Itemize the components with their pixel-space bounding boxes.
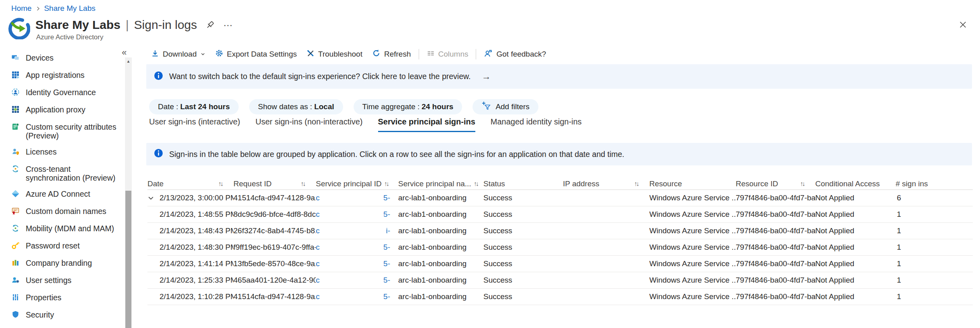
service-principal-id-link[interactable]: c [316, 226, 320, 235]
service-principal-id-link[interactable]: c [316, 276, 320, 285]
service-principal-id-link[interactable]: c [316, 259, 320, 268]
sidebar-item-user-settings[interactable]: User settings [0, 272, 125, 289]
troubleshoot-button[interactable]: Troubleshoot [302, 46, 367, 62]
conditional-access-cell: Not Applied [815, 243, 896, 252]
column-header-date[interactable]: Date↑↓ [147, 179, 233, 188]
service-principal-id-suffix[interactable]: 5- [383, 292, 390, 301]
status-cell: Success [483, 226, 563, 235]
filter-bar: Date : Last 24 hours Show dates as : Loc… [149, 99, 538, 114]
service-principal-id-link[interactable]: c [316, 210, 320, 219]
download-button[interactable]: Download [146, 46, 210, 62]
filter-value: Local [314, 102, 334, 111]
grouping-info-banner: Sign-ins in the table below are grouped … [146, 143, 972, 165]
app-registrations-icon [11, 71, 20, 81]
resource-id-cell: 797f4846-ba00-4fd7-ba4... [736, 210, 815, 219]
filter-pill-show-dates-as[interactable]: Show dates as : Local [249, 99, 343, 114]
tab-managed-identity-signins[interactable]: Managed identity sign-ins [491, 117, 582, 132]
resource-cell: Windows Azure Service ... [649, 210, 736, 219]
sidebar-item-mobility[interactable]: Mobility (MDM and MAM) [0, 220, 125, 238]
close-icon[interactable] [958, 20, 968, 31]
grouping-banner-text: Sign-ins in the table below are grouped … [169, 150, 624, 159]
table-row[interactable]: 2/14/2023, 1:10:28 PM 41514cfa-d947-4128… [147, 289, 973, 305]
table-row[interactable]: 2/14/2023, 1:48:30 PM f9ff19ec-b619-407c… [147, 239, 973, 256]
filter-label: Date [158, 102, 174, 111]
directory-subtitle: Azure Active Directory [36, 33, 103, 41]
column-header-request-id[interactable]: Request ID↑↓ [233, 179, 316, 188]
column-header-service-principal-name[interactable]: Service principal na...↑↓ [398, 179, 483, 188]
sort-arrows-icon[interactable]: ↑↓ [798, 180, 804, 187]
sidebar-item-company-branding[interactable]: Company branding [0, 255, 125, 272]
service-principal-id-link[interactable]: c [316, 194, 320, 202]
table-row[interactable]: 2/14/2023, 1:48:55 PM 8dc9c9d6-bfce-4df8… [147, 206, 973, 223]
sort-arrows-icon[interactable]: ↑↓ [216, 180, 222, 187]
arrow-right-icon[interactable]: → [481, 71, 491, 82]
tab-service-principal-signins[interactable]: Service principal sign-ins [378, 117, 475, 132]
filter-separator: : [310, 102, 312, 111]
tab-user-signins-non-interactive[interactable]: User sign-ins (non-interactive) [256, 117, 363, 132]
column-header-resource-id[interactable]: Resource ID↑↓ [736, 179, 815, 188]
expand-chevron-icon[interactable] [147, 195, 160, 202]
service-principal-id-link[interactable]: c [316, 243, 320, 252]
sort-arrows-icon[interactable]: ↑↓ [471, 180, 478, 187]
licenses-icon [11, 147, 20, 157]
table-row[interactable]: 2/14/2023, 1:25:33 PM 465aa401-120e-4a12… [147, 272, 973, 289]
service-principal-id-suffix[interactable]: 5- [383, 259, 390, 268]
pin-icon[interactable] [205, 20, 215, 31]
sidebar-item-password-reset[interactable]: Password reset [0, 238, 125, 255]
sidebar-item-app-registrations[interactable]: App registrations [0, 67, 125, 84]
scrollbar-thumb[interactable] [125, 191, 131, 328]
export-data-settings-button[interactable]: Export Data Settings [210, 46, 302, 62]
refresh-button[interactable]: Refresh [367, 46, 416, 62]
sidebar-scrollbar[interactable]: ▲ [125, 57, 132, 328]
service-principal-id-suffix[interactable]: i- [386, 226, 390, 235]
service-principal-id-suffix[interactable]: 5- [383, 243, 390, 252]
sidebar-item-cross-tenant-sync[interactable]: Cross-tenant synchronization (Preview) [0, 161, 125, 186]
got-feedback-label: Got feedback? [496, 50, 546, 59]
column-header-service-principal-id[interactable]: Service principal ID↑↓ [316, 179, 398, 188]
sidebar-item-custom-security-attributes[interactable]: Custom security attributes (Preview) [0, 119, 125, 144]
conditional-access-cell: Not Applied [815, 276, 896, 285]
resource-cell: Windows Azure Service ... [649, 243, 736, 252]
service-principal-id-suffix[interactable]: 5- [383, 276, 390, 285]
got-feedback-button[interactable]: Got feedback? [479, 46, 551, 62]
sidebar-item-licenses[interactable]: Licenses [0, 144, 125, 161]
page-title-separator: | [126, 17, 129, 33]
breadcrumb-current-link[interactable]: Share My Labs [44, 4, 96, 13]
sidebar-item-label: Custom security attributes (Preview) [26, 122, 123, 140]
add-filters-label: Add filters [495, 102, 529, 111]
sort-arrows-icon[interactable]: ↑↓ [298, 180, 305, 187]
sort-arrows-icon[interactable]: ↑↓ [382, 180, 388, 187]
sidebar-item-application-proxy[interactable]: Application proxy [0, 102, 125, 119]
tab-user-signins-interactive[interactable]: User sign-ins (interactive) [149, 117, 240, 132]
service-principal-id-suffix[interactable]: 5- [383, 194, 390, 202]
table-row[interactable]: 2/14/2023, 1:48:43 PM 26f3274c-8ab4-4745… [147, 223, 973, 239]
sidebar-item-azure-ad-connect[interactable]: Azure AD Connect [0, 186, 125, 203]
service-principal-id-suffix[interactable]: 5- [383, 210, 390, 219]
sidebar-item-properties[interactable]: Properties [0, 289, 125, 307]
toolbar-divider [419, 49, 419, 59]
sidebar-item-custom-domain-names[interactable]: Custom domain names [0, 203, 125, 220]
sidebar-item-devices[interactable]: Devices [0, 52, 125, 67]
breadcrumb-home-link[interactable]: Home [11, 4, 32, 13]
filter-pill-time-aggregate[interactable]: Time aggregate : 24 hours [354, 99, 462, 114]
sidebar-item-identity-governance[interactable]: Identity Governance [0, 84, 125, 102]
sidebar-item-label: Azure AD Connect [26, 189, 123, 198]
service-principal-id-link[interactable]: c [316, 292, 320, 301]
service-principal-name-cell: arc-lab1-onboarding [398, 292, 483, 301]
filter-pill-date[interactable]: Date : Last 24 hours [149, 99, 239, 114]
azure-ad-logo-icon [8, 18, 30, 41]
export-data-settings-label: Export Data Settings [227, 50, 297, 59]
date-cell: 2/14/2023, 1:25:33 PM [160, 276, 233, 285]
sidebar-item-label: Security [26, 310, 123, 319]
more-options-icon[interactable]: … [223, 21, 234, 29]
sort-arrows-icon[interactable]: ↑↓ [632, 180, 638, 187]
preview-banner-text[interactable]: Want to switch back to the default sign-… [169, 72, 471, 81]
column-header-ip-address[interactable]: IP address↑↓ [563, 179, 649, 188]
add-filters-button[interactable]: Add filters [473, 99, 538, 114]
table-row[interactable]: 2/13/2023, 3:00:00 PM 41514cfa-d947-4128… [147, 190, 973, 206]
resource-id-cell: 797f4846-ba00-4fd7-ba4... [736, 243, 815, 252]
table-row[interactable]: 2/14/2023, 1:41:14 PM 13fb5ede-8570-48ce… [147, 256, 973, 272]
scrollbar-up-arrow-icon[interactable]: ▲ [125, 57, 132, 65]
filter-separator: : [417, 102, 419, 111]
sidebar-item-security[interactable]: Security [0, 307, 125, 324]
